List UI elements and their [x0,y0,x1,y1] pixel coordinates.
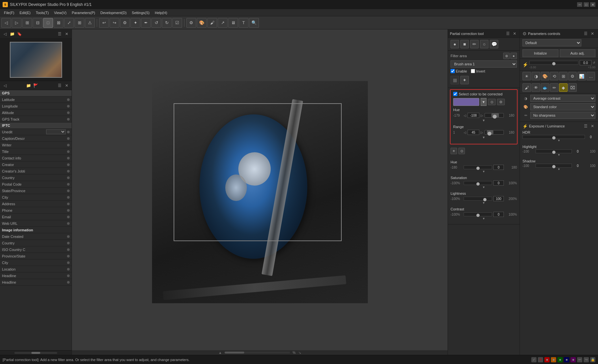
color-dropdown[interactable]: ▼ [481,98,487,106]
panel-list-icon[interactable]: ☰ [57,31,62,37]
exposure-panel-menu[interactable]: ☰ [583,123,589,129]
hue-track[interactable] [485,113,504,118]
filter-icon1[interactable]: ⊕ [503,53,510,59]
tb-settings[interactable]: ⚙ [186,18,196,28]
tb-single[interactable]: □ [43,18,53,28]
tb-monitor[interactable]: 🖥 [228,18,238,28]
enable-checkbox[interactable]: Enable [451,69,467,73]
tb-eyedrop[interactable]: ✒ [141,18,151,28]
pi-noise[interactable]: ⊞ [559,72,568,80]
tb-grid2[interactable]: ⊟ [33,18,43,28]
initialize-button[interactable]: Initialize [522,49,558,57]
contrast-preset-select[interactable]: Average contrast [530,95,595,102]
tb-rotate-ccw[interactable]: ↺ [151,18,161,28]
shape-ellipse[interactable]: ○ [480,40,488,48]
tb-color[interactable]: 🎨 [197,18,207,28]
color-preset-select[interactable]: Standard color [530,103,595,110]
tb-brush[interactable]: 🖌 [207,18,217,28]
tb-rotate-cw[interactable]: ↻ [162,18,172,28]
nav-flag[interactable]: 🚩 [33,83,39,89]
close-button[interactable]: ✕ [590,2,595,7]
nav-left[interactable]: ◁ [2,83,8,89]
menu-settings[interactable]: Settings(S) [129,10,152,15]
menu-parameters[interactable]: Parameters(P) [69,10,98,15]
tb-develop1[interactable]: ⚙ [120,18,130,28]
shape-speech[interactable]: 💬 [490,40,498,48]
partial-icon1[interactable]: ☀ [451,148,457,154]
pi-lens[interactable]: ⚙ [568,72,577,80]
brush-tool1[interactable]: ▦ [451,76,459,84]
tb-export[interactable]: ↗ [218,18,228,28]
meta-unedit[interactable]: Unedit [0,129,72,135]
status-icon-purple[interactable]: ■ [571,357,576,362]
pi-transform[interactable]: ⟲ [550,72,558,80]
brush-tool2[interactable]: ✦ [460,76,469,84]
brush-area-dropdown[interactable]: Brush area 1 [451,60,517,68]
tb-undo[interactable]: ↩ [99,18,109,28]
hsl-sat-track[interactable] [464,181,492,185]
tb-warn[interactable]: ⚠ [85,18,95,28]
shape-pen[interactable]: ✏ [470,40,479,48]
status-icon-undo[interactable]: ↩ [577,357,582,362]
status-icon-green[interactable]: ■ [557,357,563,362]
hsl-light-track[interactable] [464,197,492,201]
tb-check[interactable]: ☑ [172,18,182,28]
partial-panel-close[interactable]: ✕ [512,31,518,37]
range-track[interactable] [485,130,504,135]
pi-yellow-btn[interactable]: ◆ [559,83,568,92]
shape-circle-small[interactable]: ● [451,40,459,48]
shape-rect[interactable]: ■ [460,40,469,48]
color-pick-btn[interactable]: ⊙ [488,99,496,105]
tb-overlay[interactable]: ⊞ [75,18,84,28]
menu-view[interactable]: View(V) [51,10,69,15]
status-icon-red[interactable]: ■ [544,357,550,362]
pi-brightness[interactable]: ☀ [522,72,531,80]
panel-bookmark-icon[interactable]: 🔖 [16,31,22,37]
menu-help[interactable]: Help(H) [152,10,170,15]
menu-tools[interactable]: Tools(T) [33,10,51,15]
params-default-select[interactable]: Default [522,39,581,46]
filter-icon2[interactable]: ● [510,53,517,59]
tb-develop2[interactable]: ✦ [130,18,140,28]
pi-pen2[interactable]: ✏ [550,83,558,92]
pi-more[interactable]: … [587,72,595,80]
menu-development[interactable]: Development(D) [98,10,129,15]
partial-panel-menu[interactable]: ☰ [505,31,511,37]
range-arrow-left[interactable]: ◁ [464,131,466,134]
invert-checkbox[interactable]: Invert [471,69,485,73]
pi-color-icon[interactable]: 🎨 [541,72,549,80]
highlight-track[interactable] [536,149,572,153]
hdr-track[interactable] [522,135,585,139]
status-icon-check[interactable]: ✓ [531,357,537,362]
tb-redo[interactable]: ↪ [110,18,119,28]
status-icon-lock[interactable]: 🔒 [590,357,595,362]
nav-folder[interactable]: 📁 [26,83,32,89]
tb-forward[interactable]: ▷ [12,18,22,28]
hue-arrow-left[interactable]: ◁ [464,114,466,117]
hsl-hue-track[interactable] [464,165,492,169]
tb-grid1[interactable]: ⊞ [22,18,32,28]
pi-contrast-icon[interactable]: ◑ [532,72,540,80]
thumbnail[interactable] [10,42,62,78]
exposure-panel-close[interactable]: ✕ [589,123,595,129]
tb-fit[interactable]: ⤢ [64,18,74,28]
shadow-track[interactable] [536,164,572,168]
tb-dual[interactable]: ⊠ [54,18,63,28]
menu-edit[interactable]: Edit(E) [17,10,33,15]
status-icon-blue[interactable]: ■ [564,357,569,362]
menu-file[interactable]: File(F) [1,10,17,15]
minimize-button[interactable]: ─ [577,2,582,7]
params-panel-close[interactable]: ✕ [589,31,595,37]
nav-list[interactable]: ☰ [57,83,62,89]
pi-fish-icon[interactable]: 🐟 [541,83,549,92]
partial-icon2[interactable]: ⊙ [458,148,465,154]
pi-tone[interactable]: 📊 [577,72,586,80]
tb-back[interactable]: ◁ [1,18,11,28]
tb-text[interactable]: T [239,18,248,28]
maximize-button[interactable]: □ [584,2,589,7]
pi-eye[interactable]: 👁 [532,83,540,92]
panel-close-icon[interactable]: ✕ [64,31,70,37]
status-icon-orange[interactable]: ■ [551,357,556,362]
sharpness-preset-select[interactable]: No sharpness [530,112,595,119]
params-panel-menu[interactable]: ☰ [583,31,589,37]
